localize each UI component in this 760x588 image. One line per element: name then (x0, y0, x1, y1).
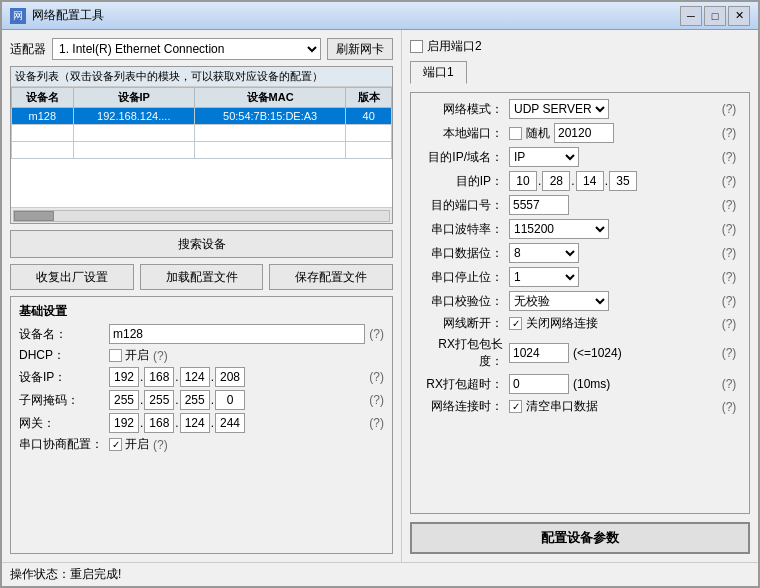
stop-bits-label: 串口停止位： (419, 269, 509, 286)
cell-ip: 192.168.124.... (73, 108, 194, 125)
subnet-seg2[interactable] (144, 390, 174, 410)
dest-ip-seg2[interactable] (542, 171, 570, 191)
device-name-help[interactable]: (?) (369, 327, 384, 341)
local-port-help[interactable]: (?) (717, 126, 741, 140)
subnet-seg4[interactable] (215, 390, 245, 410)
serial-negotiation-help[interactable]: (?) (153, 438, 168, 452)
dest-ip-domain-help[interactable]: (?) (717, 150, 741, 164)
network-mode-label: 网络模式： (419, 101, 509, 118)
net-disconnect-checkbox[interactable]: ✓ (509, 317, 522, 330)
on-connect-help[interactable]: (?) (717, 400, 741, 414)
gateway-help[interactable]: (?) (369, 416, 384, 430)
device-ip-seg2[interactable] (144, 367, 174, 387)
scroll-thumb[interactable] (14, 211, 54, 221)
serial-negotiation-checkbox[interactable]: ✓ (109, 438, 122, 451)
status-bar: 操作状态：重启完成! (2, 562, 758, 586)
dest-port-input[interactable] (509, 195, 569, 215)
search-button[interactable]: 搜索设备 (10, 230, 393, 258)
rx-pack-len-label: RX打包包长度： (419, 336, 509, 370)
stop-bits-select[interactable]: 1 2 (509, 267, 579, 287)
dest-port-help[interactable]: (?) (717, 198, 741, 212)
config-device-button[interactable]: 配置设备参数 (410, 522, 750, 554)
network-mode-select[interactable]: UDP SERVER UDP CLIENT TCP SERVER TCP CLI… (509, 99, 609, 119)
gateway-seg2[interactable] (144, 413, 174, 433)
device-name-input[interactable] (109, 324, 365, 344)
subnet-seg1[interactable] (109, 390, 139, 410)
rx-pack-len-input[interactable] (509, 343, 569, 363)
table-row[interactable] (12, 125, 392, 142)
device-ip-seg4[interactable] (215, 367, 245, 387)
factory-reset-button[interactable]: 收复出厂设置 (10, 264, 134, 290)
load-config-button[interactable]: 加载配置文件 (140, 264, 264, 290)
adapter-select[interactable]: 1. Intel(R) Ethernet Connection (52, 38, 321, 60)
dest-ip-help[interactable]: (?) (717, 174, 741, 188)
rx-pack-len-value: (<=1024) (509, 343, 717, 363)
tab-port1[interactable]: 端口1 (410, 61, 467, 84)
baud-rate-row: 串口波特率： 9600 19200 38400 57600 115200 (?) (419, 219, 741, 239)
dhcp-help[interactable]: (?) (153, 349, 168, 363)
device-ip-help[interactable]: (?) (369, 370, 384, 384)
subnet-seg3[interactable] (180, 390, 210, 410)
minimize-button[interactable]: ─ (680, 6, 702, 26)
on-connect-checkbox[interactable]: ✓ (509, 400, 522, 413)
stop-bits-help[interactable]: (?) (717, 270, 741, 284)
local-port-input[interactable] (554, 123, 614, 143)
device-ip-seg3[interactable] (180, 367, 210, 387)
dest-ip-seg4[interactable] (609, 171, 637, 191)
baud-rate-help[interactable]: (?) (717, 222, 741, 236)
subnet-help[interactable]: (?) (369, 393, 384, 407)
rx-pack-timeout-input[interactable] (509, 374, 569, 394)
dest-ip-row: 目的IP： . . . (?) (419, 171, 741, 191)
parity-select[interactable]: 无校验 奇校验 偶校验 (509, 291, 609, 311)
net-disconnect-row: 网线断开： ✓ 关闭网络连接 (?) (419, 315, 741, 332)
rx-pack-timeout-row: RX打包超时： (10ms) (?) (419, 374, 741, 394)
on-connect-row: 网络连接时： ✓ 清空串口数据 (?) (419, 398, 741, 415)
data-bits-label: 串口数据位： (419, 245, 509, 262)
serial-negotiation-checkbox-row: ✓ 开启 (109, 436, 149, 453)
dest-ip-seg1[interactable] (509, 171, 537, 191)
random-port-label: 随机 (526, 125, 550, 142)
net-disconnect-checkbox-label: 关闭网络连接 (526, 315, 598, 332)
network-mode-help[interactable]: (?) (717, 102, 741, 116)
adapter-row: 适配器 1. Intel(R) Ethernet Connection 刷新网卡 (10, 38, 393, 60)
data-bits-help[interactable]: (?) (717, 246, 741, 260)
window-title: 网络配置工具 (32, 7, 680, 24)
gateway-input: . . . (109, 413, 365, 433)
net-disconnect-help[interactable]: (?) (717, 317, 741, 331)
parity-help[interactable]: (?) (717, 294, 741, 308)
device-list-scroll[interactable]: 设备名 设备IP 设备MAC 版本 m128 192.168.124.... 5… (11, 87, 392, 207)
device-ip-seg1[interactable] (109, 367, 139, 387)
status-text: 操作状态：重启完成! (10, 566, 121, 583)
dest-ip-domain-label: 目的IP/域名： (419, 149, 509, 166)
scroll-track[interactable] (13, 210, 390, 222)
rx-pack-timeout-note: (10ms) (573, 377, 610, 391)
dest-ip-label: 目的IP： (419, 173, 509, 190)
rx-pack-len-help[interactable]: (?) (717, 346, 741, 360)
parity-value: 无校验 奇校验 偶校验 (509, 291, 717, 311)
basic-settings-title: 基础设置 (19, 303, 384, 320)
baud-rate-value: 9600 19200 38400 57600 115200 (509, 219, 717, 239)
gateway-seg1[interactable] (109, 413, 139, 433)
device-table: 设备名 设备IP 设备MAC 版本 m128 192.168.124.... 5… (11, 87, 392, 159)
dest-ip-domain-select[interactable]: IP 域名 (509, 147, 579, 167)
dhcp-checkbox[interactable] (109, 349, 122, 362)
maximize-button[interactable]: □ (704, 6, 726, 26)
data-bits-select[interactable]: 7 8 (509, 243, 579, 263)
horizontal-scrollbar[interactable] (11, 207, 392, 223)
rx-pack-timeout-help[interactable]: (?) (717, 377, 741, 391)
rx-pack-timeout-value: (10ms) (509, 374, 717, 394)
dest-ip-seg3[interactable] (576, 171, 604, 191)
rx-pack-timeout-label: RX打包超时： (419, 376, 509, 393)
gateway-seg4[interactable] (215, 413, 245, 433)
baud-rate-select[interactable]: 9600 19200 38400 57600 115200 (509, 219, 609, 239)
close-button[interactable]: ✕ (728, 6, 750, 26)
dest-ip-domain-value: IP 域名 (509, 147, 717, 167)
enable-port2-checkbox[interactable] (410, 40, 423, 53)
save-config-button[interactable]: 保存配置文件 (269, 264, 393, 290)
random-port-checkbox[interactable] (509, 127, 522, 140)
refresh-button[interactable]: 刷新网卡 (327, 38, 393, 60)
net-disconnect-value: ✓ 关闭网络连接 (509, 315, 717, 332)
table-row[interactable]: m128 192.168.124.... 50:54:7B:15:DE:A3 4… (12, 108, 392, 125)
gateway-seg3[interactable] (180, 413, 210, 433)
table-row[interactable] (12, 142, 392, 159)
